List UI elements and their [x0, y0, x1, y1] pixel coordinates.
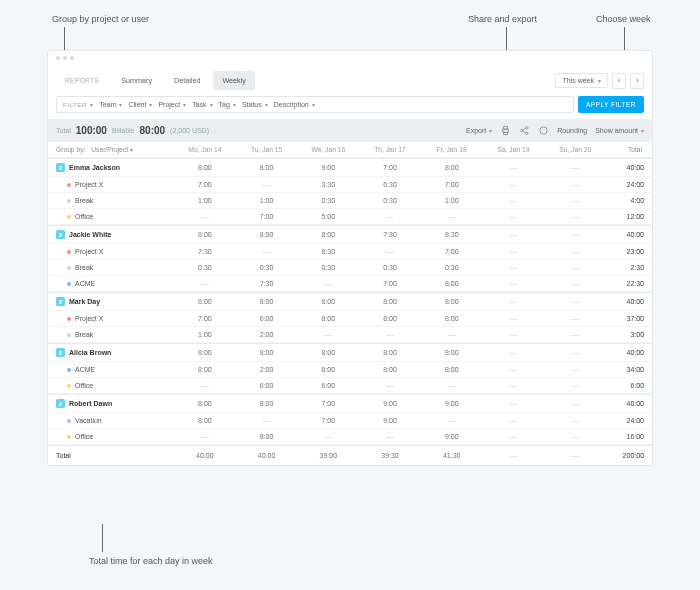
project-color-dot: [67, 368, 71, 372]
apply-filter-button[interactable]: APPLY FILTER: [578, 96, 644, 113]
day-cell: ––: [236, 248, 298, 255]
window-title-bar: [48, 51, 652, 65]
day-cell: 8:00: [236, 400, 298, 407]
filter-bar: FILTER▾ Team▾ Client▾ Project▾ Task▾ Tag…: [56, 96, 574, 113]
tab-detailed[interactable]: Detailed: [165, 71, 209, 90]
filter-task[interactable]: Task▾: [192, 101, 212, 108]
day-cell: ––: [483, 181, 545, 188]
day-cell: 8:00: [174, 164, 236, 171]
day-cell: 8:00: [421, 280, 483, 287]
report-table: 2Emma Jackson8:008:009:007:008:00––––40:…: [48, 158, 652, 465]
row-total: 40:00: [606, 400, 644, 407]
week-picker[interactable]: This week ▾: [555, 73, 608, 88]
day-cell: ––: [236, 417, 298, 424]
row-total: 16:00: [606, 433, 644, 440]
filter-description[interactable]: Description▾: [274, 101, 315, 108]
row-name: Project X: [75, 181, 103, 188]
row-total: 12:00: [606, 213, 644, 220]
day-cell: 8:00: [421, 164, 483, 171]
day-cell: ––: [483, 366, 545, 373]
day-cell: 8:00: [421, 366, 483, 373]
table-row: 2Jackie White8:008:008:007:308:30––––40:…: [48, 225, 652, 244]
day-cell: ––: [544, 280, 606, 287]
day-cell: 8:00: [421, 298, 483, 305]
groupby-selector[interactable]: Group by: User/Project▾: [56, 146, 174, 153]
share-icon[interactable]: [519, 125, 530, 136]
day-cell: ––: [483, 231, 545, 238]
row-name: Alicia Brown: [69, 349, 111, 356]
tab-weekly[interactable]: Weekly: [213, 71, 254, 90]
day-cell: ––: [483, 280, 545, 287]
day-cell: 0:30: [359, 264, 421, 271]
row-name: Vacation: [75, 417, 102, 424]
day-cell: 8:00: [174, 400, 236, 407]
row-total: 40:00: [606, 231, 644, 238]
day-cell: 8:00: [297, 298, 359, 305]
rounding-label: Rounding: [557, 127, 587, 134]
day-cell: ––: [544, 248, 606, 255]
day-cell: 1:00: [236, 197, 298, 204]
rounding-toggle-icon[interactable]: [538, 125, 549, 136]
day-cell: 6:00: [236, 382, 298, 389]
day-cell: 8:00: [421, 349, 483, 356]
table-row: ACME––7:30––7:008:00––––22:30: [48, 276, 652, 292]
day-cell: 8:00: [174, 417, 236, 424]
day-cell: ––: [483, 400, 545, 407]
day-cell: ––: [483, 349, 545, 356]
next-week-button[interactable]: ›: [630, 73, 644, 89]
filter-project[interactable]: Project▾: [158, 101, 186, 108]
day-cell: 8:00: [236, 231, 298, 238]
table-row: ACME8:002:008:008:008:00––––34:00: [48, 362, 652, 378]
day-cell: ––: [544, 400, 606, 407]
row-total: 40:00: [606, 298, 644, 305]
row-total: 4:00: [606, 197, 644, 204]
day-cell: ––: [483, 264, 545, 271]
callout-totals: Total time for each day in week: [89, 556, 213, 566]
day-cell: 8:00: [359, 315, 421, 322]
print-icon[interactable]: [500, 125, 511, 136]
tab-summary[interactable]: Summary: [112, 71, 161, 90]
export-dropdown[interactable]: Export▾: [466, 127, 492, 134]
day-cell: ––: [483, 331, 545, 338]
project-color-dot: [67, 435, 71, 439]
day-cell: 1:00: [421, 197, 483, 204]
day-cell: ––: [544, 349, 606, 356]
day-cell: 6:00: [236, 315, 298, 322]
row-total: 200:00: [606, 452, 644, 459]
groupby-header: Group by: User/Project▾ Mo, Jan 14 Tu, J…: [48, 142, 652, 158]
row-name: Project X: [75, 315, 103, 322]
day-cell: ––: [359, 433, 421, 440]
svg-rect-1: [504, 126, 508, 129]
callout-week: Choose week: [596, 14, 651, 24]
day-cell: ––: [483, 452, 545, 459]
day-cell: ––: [483, 433, 545, 440]
day-cell: ––: [544, 231, 606, 238]
filter-status[interactable]: Status▾: [242, 101, 268, 108]
filter-label[interactable]: FILTER▾: [63, 101, 93, 108]
day-cell: 1:00: [174, 331, 236, 338]
prev-week-button[interactable]: ‹: [612, 73, 626, 89]
project-color-dot: [67, 419, 71, 423]
filter-team[interactable]: Team▾: [99, 101, 122, 108]
day-cell: 7:30: [359, 231, 421, 238]
day-cell: ––: [544, 315, 606, 322]
day-cell: 7:00: [297, 417, 359, 424]
filter-tag[interactable]: Tag▾: [219, 101, 236, 108]
day-cell: 8:30: [297, 248, 359, 255]
chevron-down-icon: ▾: [130, 146, 133, 153]
day-cell: ––: [544, 164, 606, 171]
show-amount-dropdown[interactable]: Show amount▾: [595, 127, 644, 134]
day-cell: ––: [421, 382, 483, 389]
day-cell: ––: [544, 264, 606, 271]
project-color-dot: [67, 250, 71, 254]
day-cell: 7:30: [174, 248, 236, 255]
table-row: Office––6:006:00––––––––6:00: [48, 378, 652, 394]
svg-rect-0: [503, 129, 509, 132]
filter-client[interactable]: Client▾: [128, 101, 152, 108]
day-cell: ––: [421, 331, 483, 338]
day-cell: 8:00: [297, 349, 359, 356]
day-cell: 2:00: [236, 331, 298, 338]
day-cell: 1:00: [174, 197, 236, 204]
day-cell: 8:00: [174, 349, 236, 356]
table-row: 2Robert Dawn8:008:007:009:009:00––––40:0…: [48, 394, 652, 413]
